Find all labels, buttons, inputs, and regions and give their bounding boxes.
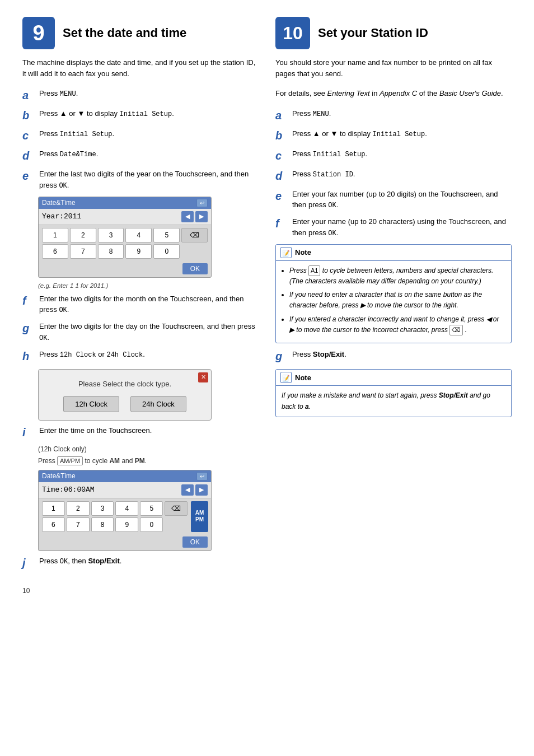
num-9[interactable]: 9 (125, 244, 152, 259)
numpad-time: 1 2 3 4 5 ⌫ 6 7 8 9 0 (39, 498, 191, 535)
note-item-1: Press A1 to cycle between letters, numbe… (289, 265, 505, 287)
note-body-2-text: If you make a mistake and want to start … (282, 390, 505, 412)
ok-row-year: OK (39, 262, 211, 277)
steps-list-left-3: i Enter the time on the Touchscreen. (22, 425, 259, 440)
num-1[interactable]: 1 (42, 228, 68, 242)
ampm-toggle-btn[interactable]: AMPM (191, 501, 208, 532)
t-num-5[interactable]: 5 (140, 501, 163, 516)
arrow-left-btn[interactable]: ◀ (181, 211, 194, 222)
screen-year-value: Year:2011 (42, 212, 81, 221)
note-item-2: If you need to enter a character that is… (289, 290, 505, 311)
section9-title: Set the date and time (63, 26, 186, 40)
section9-header: 9 Set the date and time (22, 17, 259, 49)
screen-time-back[interactable]: ↩ (196, 472, 208, 480)
screen-year-back[interactable]: ↩ (196, 199, 208, 207)
step-f-right: f Enter your name (up to 20 characters) … (275, 216, 512, 239)
inline-note-12h: (12h Clock only) (38, 445, 259, 453)
text-g-right: Press Stop/Exit. (292, 349, 512, 360)
steps-list-left-2: f Enter the two digits for the month on … (22, 293, 259, 363)
num-2[interactable]: 2 (70, 228, 96, 242)
letter-g-right: g (275, 349, 288, 363)
text-c-right: Press Initial Setup. (292, 148, 512, 160)
note-icon-2: 📝 (280, 372, 292, 383)
note-body-2: If you make a mistake and want to start … (276, 386, 511, 416)
text-b-right: Press ▲ or ▼ to display Initial Setup. (292, 128, 512, 139)
note-label-1: Note (295, 248, 311, 256)
section10-header: 10 Set your Station ID (275, 17, 512, 49)
clock-dialog-buttons: 12h Clock 24h Clock (39, 396, 211, 420)
arrow-right-btn[interactable]: ▶ (195, 211, 208, 222)
time-arrow-right[interactable]: ▶ (195, 484, 208, 496)
t-num-8[interactable]: 8 (91, 517, 114, 532)
step-b-right: b Press ▲ or ▼ to display Initial Setup. (275, 128, 512, 143)
screen-year-header: Date&Time ↩ (39, 197, 211, 209)
step-a-left: a Press MENU. (22, 88, 259, 102)
text-a-right: Press MENU. (292, 108, 512, 119)
clock-dialog-close[interactable]: ✕ (198, 372, 208, 382)
clock-12h-btn[interactable]: 12h Clock (63, 396, 119, 412)
letter-a-right: a (275, 108, 288, 123)
text-a-left: Press MENU. (39, 88, 259, 99)
note-icon-1: 📝 (280, 247, 292, 258)
t-num-0[interactable]: 0 (140, 517, 163, 532)
t-num-1[interactable]: 1 (42, 501, 65, 516)
text-c-left: Press Initial Setup. (39, 128, 259, 139)
step-g-left: g Enter the two digits for the day on th… (22, 321, 259, 343)
step-g-right: g Press Stop/Exit. (275, 349, 512, 363)
del-btn[interactable]: ⌫ (181, 228, 208, 242)
step-c-left: c Press Initial Setup. (22, 128, 259, 143)
step-b-left: b Press ▲ or ▼ to display Initial Setup. (22, 108, 259, 123)
text-d-right: Press Station ID. (292, 169, 512, 180)
time-arrow-left[interactable]: ◀ (181, 484, 194, 496)
note-body-1: Press A1 to cycle between letters, numbe… (276, 261, 511, 343)
num-3[interactable]: 3 (98, 228, 124, 242)
ok-btn-year[interactable]: OK (182, 263, 208, 274)
text-f-right: Enter your name (up to 20 characters) us… (292, 216, 512, 239)
step-a-right: a Press MENU. (275, 108, 512, 123)
ok-btn-time[interactable]: OK (182, 536, 208, 548)
num-8[interactable]: 8 (98, 244, 124, 259)
letter-d-left: d (22, 148, 35, 163)
steps-list-right: a Press MENU. b Press ▲ or ▼ to display … (275, 108, 512, 239)
t-num-4[interactable]: 4 (115, 501, 138, 516)
num-4[interactable]: 4 (125, 228, 152, 242)
num-6[interactable]: 6 (42, 244, 68, 259)
screen-year-title: Date&Time (42, 199, 76, 207)
note-box-1: 📝 Note Press A1 to cycle between letters… (275, 244, 512, 344)
letter-j-left: j (22, 556, 35, 570)
left-column: 9 Set the date and time The machine disp… (22, 17, 259, 576)
screen-year-input-row: Year:2011 ◀ ▶ (39, 209, 211, 225)
section10-intro2: For details, see Entering Text in Append… (275, 88, 512, 99)
num-0[interactable]: 0 (153, 244, 180, 259)
clock-24h-btn[interactable]: 24h Clock (130, 396, 186, 412)
step9-box: 9 (22, 17, 55, 49)
step-f-left: f Enter the two digits for the month on … (22, 293, 259, 316)
screen-year-arrows: ◀ ▶ (181, 211, 208, 222)
step-i-left: i Enter the time on the Touchscreen. (22, 425, 259, 440)
note-box-2: 📝 Note If you make a mistake and want to… (275, 369, 512, 417)
t-num-9[interactable]: 9 (115, 517, 138, 532)
text-b-left: Press ▲ or ▼ to display Initial Setup. (39, 108, 259, 119)
num-5[interactable]: 5 (153, 228, 180, 242)
clock-dialog: ✕ Please Select the clock type. 12h Cloc… (38, 369, 212, 421)
text-h-left: Press 12h Clock or 24h Clock. (39, 349, 259, 360)
t-del-btn[interactable]: ⌫ (165, 501, 188, 516)
letter-d-right: d (275, 169, 288, 183)
letter-h-left: h (22, 349, 35, 363)
letter-a-left: a (22, 88, 35, 102)
t-num-3[interactable]: 3 (91, 501, 114, 516)
screen-time-widget: Date&Time ↩ Time:06:00AM ◀ ▶ 1 2 3 4 5 ⌫ (38, 470, 212, 551)
step-j-left: j Press OK, then Stop/Exit. (22, 556, 259, 570)
text-e-right: Enter your fax number (up to 20 digits) … (292, 189, 512, 211)
letter-c-left: c (22, 128, 35, 143)
screen-time-value: Time:06:00AM (42, 486, 95, 494)
num-7[interactable]: 7 (70, 244, 96, 259)
t-num-7[interactable]: 7 (67, 517, 90, 532)
t-num-2[interactable]: 2 (67, 501, 90, 516)
text-j-left: Press OK, then Stop/Exit. (39, 556, 259, 567)
numpad-time-area: 1 2 3 4 5 ⌫ 6 7 8 9 0 AMPM (39, 498, 211, 535)
ok-row-time: OK (39, 535, 211, 550)
t-num-6[interactable]: 6 (42, 517, 65, 532)
step-e-right: e Enter your fax number (up to 20 digits… (275, 189, 512, 211)
letter-c-right: c (275, 148, 288, 163)
